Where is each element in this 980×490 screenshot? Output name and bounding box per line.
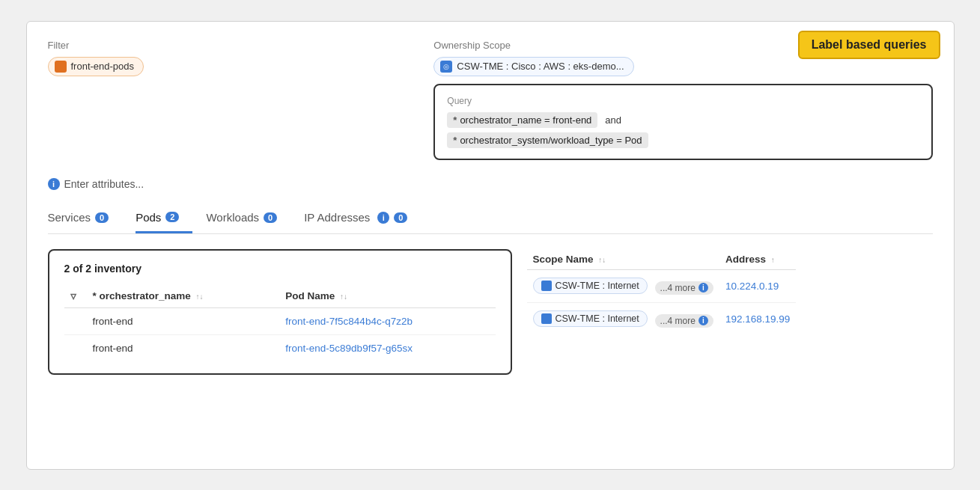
- tab-services[interactable]: Services 0: [48, 205, 123, 233]
- data-section: 2 of 2 inventory ▿ * orchestrator_name ↑…: [48, 249, 933, 375]
- tab-ip-info-icon: i: [377, 212, 389, 224]
- filter-tag-text: front-end-pods: [71, 61, 135, 72]
- query-chip-1: * orchestrator_name = front-end: [447, 112, 597, 128]
- query-row-2: * orchestrator_system/workload_type = Po…: [447, 132, 919, 148]
- ownership-tag-text: CSW-TME : Cisco : AWS : eks-demo...: [457, 61, 624, 72]
- query-chip-1-text: orchestrator_name = front-end: [460, 114, 591, 126]
- tabs-bar: Services 0 Pods 2 Workloads 0 IP Address…: [48, 205, 933, 234]
- address-header[interactable]: Address ↑: [719, 249, 796, 270]
- pod-name-header[interactable]: Pod Name ↑↓: [279, 285, 495, 308]
- inventory-table: ▿ * orchestrator_name ↑↓ Pod Name ↑↓ fro…: [64, 285, 496, 361]
- sort-arrows-scope: ↑↓: [598, 256, 606, 264]
- filter-tag[interactable]: front-end-pods: [48, 57, 144, 76]
- scope-tag-icon-1: [541, 281, 552, 291]
- query-chip-2: * orchestrator_system/workload_type = Po…: [447, 132, 648, 148]
- row1-filter-cell: [64, 307, 87, 334]
- scope-tag-1: CSW-TME : Internet: [533, 278, 648, 294]
- query-row-1: * orchestrator_name = front-end and: [447, 112, 919, 128]
- query-box: Query * orchestrator_name = front-end an…: [433, 84, 932, 160]
- tab-ip-badge: 0: [394, 212, 407, 223]
- row2-scope: CSW-TME : Internet ...4 more i: [527, 302, 719, 335]
- row2-filter-cell: [64, 334, 87, 361]
- sort-arrows-2: ↑↓: [340, 293, 347, 301]
- row1-orchestrator: front-end: [87, 307, 280, 334]
- more-badge-2[interactable]: ...4 more i: [655, 314, 713, 328]
- inventory-count-label: 2 of 2 inventory: [64, 263, 496, 275]
- filter-label: Filter: [48, 40, 404, 51]
- filter-column-header: ▿: [64, 285, 87, 308]
- enter-attributes-row: i Enter attributes...: [48, 178, 933, 190]
- scope-name-header[interactable]: Scope Name ↑↓: [527, 249, 719, 270]
- tab-services-badge: 0: [95, 212, 109, 223]
- table-row: front-end front-end-7f5c844b4c-q7z2b: [64, 307, 496, 334]
- callout-tooltip: Label based queries: [798, 31, 940, 59]
- enter-attributes-text: Enter attributes...: [64, 178, 144, 190]
- more-info-icon-1: i: [699, 283, 708, 293]
- tab-workloads[interactable]: Workloads 0: [206, 205, 290, 233]
- main-card: Filter front-end-pods Ownership Scope ◎ …: [26, 21, 955, 470]
- right-table-row: CSW-TME : Internet ...4 more i 192.168.1…: [527, 302, 797, 335]
- top-section: Filter front-end-pods Ownership Scope ◎ …: [48, 40, 933, 160]
- ownership-tag[interactable]: ◎ CSW-TME : Cisco : AWS : eks-demo...: [433, 57, 633, 76]
- more-info-icon-2: i: [699, 316, 708, 325]
- tab-workloads-label: Workloads: [206, 211, 259, 224]
- tab-ip-addresses[interactable]: IP Addresses i 0: [304, 205, 421, 233]
- row2-orchestrator: front-end: [87, 334, 280, 361]
- tab-pods-badge: 2: [165, 212, 179, 222]
- query-star-2: *: [453, 135, 457, 146]
- tab-ip-label: IP Addresses: [304, 211, 370, 224]
- filter-section: Filter front-end-pods: [48, 40, 404, 160]
- tab-workloads-badge: 0: [264, 212, 277, 223]
- sort-arrows-1: ↑↓: [196, 293, 204, 301]
- filter-tag-icon: [55, 61, 67, 73]
- tab-pods[interactable]: Pods 2: [136, 205, 192, 233]
- right-table-row: CSW-TME : Internet ...4 more i 10.224.0.…: [527, 269, 797, 302]
- table-row: front-end front-end-5c89db9f57-g65sx: [64, 334, 496, 361]
- row2-address: 192.168.19.99: [719, 302, 796, 335]
- scope-tag-2: CSW-TME : Internet: [533, 310, 648, 327]
- row2-pod-name[interactable]: front-end-5c89db9f57-g65sx: [279, 334, 495, 361]
- ownership-section: Ownership Scope ◎ CSW-TME : Cisco : AWS …: [433, 40, 932, 160]
- query-chip-2-text: orchestrator_system/workload_type = Pod: [460, 135, 642, 146]
- row2-address-link[interactable]: 192.168.19.99: [725, 313, 790, 325]
- tab-pods-label: Pods: [136, 211, 161, 224]
- tab-services-label: Services: [48, 211, 91, 224]
- query-and: and: [605, 114, 621, 126]
- more-badge-1[interactable]: ...4 more i: [655, 281, 713, 295]
- row1-pod-name[interactable]: front-end-7f5c844b4c-q7z2b: [279, 307, 495, 334]
- filter-funnel-icon[interactable]: ▿: [70, 290, 76, 302]
- row1-scope: CSW-TME : Internet ...4 more i: [527, 269, 719, 302]
- right-header-row: Scope Name ↑↓ Address ↑: [527, 249, 797, 270]
- scope-tag-icon-2: [541, 313, 552, 324]
- right-data-table: Scope Name ↑↓ Address ↑ CSW-TME : Intern…: [527, 249, 797, 335]
- inventory-table-section: 2 of 2 inventory ▿ * orchestrator_name ↑…: [48, 249, 512, 375]
- sort-arrows-address: ↑: [771, 256, 775, 264]
- info-icon: i: [48, 178, 60, 190]
- orchestrator-name-header[interactable]: * orchestrator_name ↑↓: [87, 285, 280, 308]
- right-table-section: Scope Name ↑↓ Address ↑ CSW-TME : Intern…: [512, 249, 797, 335]
- ownership-tag-icon: ◎: [440, 61, 452, 73]
- row1-address-link[interactable]: 10.224.0.19: [725, 281, 779, 292]
- query-label: Query: [447, 96, 919, 106]
- table-header-row: ▿ * orchestrator_name ↑↓ Pod Name ↑↓: [64, 285, 496, 308]
- query-star-1: *: [453, 114, 457, 126]
- row1-address: 10.224.0.19: [719, 269, 796, 302]
